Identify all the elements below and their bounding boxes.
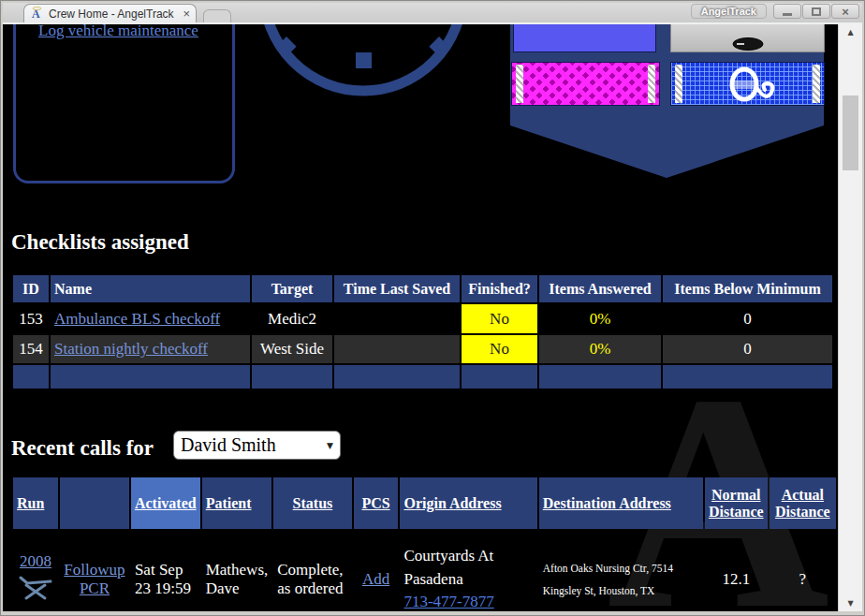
- cell-origin-address: Courtyards At Pasadena 713-477-7877: [400, 531, 536, 611]
- star-ribbon-button[interactable]: [513, 24, 656, 52]
- oval-icon: [729, 37, 767, 51]
- cell-id: 153: [13, 304, 49, 333]
- column-header-items-below-minimum: Items Below Minimum: [663, 275, 832, 302]
- crew-select-value: David Smith: [181, 434, 276, 456]
- recent-call-row-2008: 2008 Followup PCR Sat Sep 23 19:59 Mathe…: [13, 531, 836, 611]
- column-header-time-last-saved: Time Last Saved: [334, 275, 460, 302]
- recent-calls-header-row: Run Activated Patient Status PCS Origin …: [13, 477, 836, 529]
- vertical-scrollbar[interactable]: ▲ ▼: [838, 24, 862, 611]
- cell-items-below-minimum: 0: [663, 335, 832, 363]
- cell-finished-badge: No: [462, 335, 537, 363]
- column-header-normal-distance[interactable]: Normal Distance: [705, 477, 768, 529]
- column-header-run[interactable]: Run: [13, 477, 58, 529]
- minimize-icon: [783, 13, 792, 16]
- cell-finished-badge: No: [462, 304, 537, 333]
- new-tab-button[interactable]: [203, 9, 231, 22]
- checklist-link[interactable]: Ambulance BLS checkoff: [54, 310, 220, 328]
- cell-items-answered: 0%: [539, 304, 661, 333]
- scroll-down-button[interactable]: ▼: [839, 595, 862, 611]
- cell-run: 2008: [13, 531, 58, 611]
- origin-name: Courtyards At Pasadena: [403, 547, 493, 588]
- clock-graphic: [227, 24, 499, 118]
- crew-select[interactable]: David Smith ▼: [173, 431, 341, 460]
- column-header-id: ID: [13, 275, 49, 302]
- column-header-name: Name: [51, 275, 250, 302]
- checklists-table: ID Name Target Time Last Saved Finished?…: [11, 273, 834, 390]
- cell-status: Complete, as ordered: [273, 531, 351, 611]
- column-header-destination-address[interactable]: Destination Address: [539, 477, 703, 529]
- cell-target: Medic2: [252, 304, 332, 333]
- recent-calls-heading: Recent calls for: [11, 436, 154, 461]
- checklist-row-153: 153 Ambulance BLS checkoff Medic2 No 0% …: [13, 304, 832, 333]
- hatch-strip: [516, 65, 523, 103]
- log-vehicle-maintenance-link[interactable]: Log vehicle maintenance: [38, 24, 198, 40]
- stethoscope-icon: [727, 65, 787, 106]
- crew-home-page: Log vehicle maintenance: [3, 24, 838, 611]
- scroll-up-icon: ▲: [847, 28, 853, 37]
- tab-close-icon[interactable]: ×: [183, 7, 190, 20]
- vehicle-panel-outline: [13, 24, 235, 183]
- scrollbar-thumb[interactable]: [843, 95, 858, 170]
- cell-name: Station nightly checkoff: [51, 335, 250, 363]
- column-header-target: Target: [252, 275, 332, 302]
- checklists-header-row: ID Name Target Time Last Saved Finished?…: [13, 275, 832, 302]
- cell-target: West Side: [252, 335, 332, 363]
- origin-phone-link[interactable]: 713-477-7877: [403, 593, 493, 610]
- run-link[interactable]: 2008: [20, 552, 51, 570]
- checklists-footer-row: [13, 365, 832, 389]
- angeltrack-brand-button[interactable]: AngelTrack: [691, 4, 767, 19]
- cell-items-answered: 0%: [539, 335, 661, 363]
- browser-titlebar: A Crew Home - AngelTrack × AngelTrack ×: [3, 3, 862, 24]
- close-button[interactable]: ×: [831, 4, 859, 19]
- cell-items-below-minimum: 0: [663, 304, 832, 333]
- cell-pcs: Add: [354, 531, 399, 611]
- cell-normal-distance: 12.1: [705, 531, 768, 611]
- tab-title: Crew Home - AngelTrack: [49, 7, 178, 21]
- window-controls: ×: [773, 4, 859, 19]
- minimize-button[interactable]: [773, 4, 801, 19]
- pcs-add-link[interactable]: Add: [362, 570, 389, 588]
- cell-name: Ambulance BLS checkoff: [51, 304, 250, 333]
- column-header-actual-distance[interactable]: Actual Distance: [770, 477, 836, 529]
- close-icon: ×: [842, 6, 849, 18]
- scroll-down-icon: ▼: [847, 599, 853, 608]
- magenta-ribbon-button[interactable]: [511, 62, 660, 106]
- stretcher-icon: [17, 573, 54, 603]
- checklist-link[interactable]: Station nightly checkoff: [54, 340, 208, 358]
- browser-tab-crew-home[interactable]: A Crew Home - AngelTrack ×: [23, 4, 197, 22]
- cell-followup: Followup PCR: [60, 531, 129, 611]
- column-header-items-answered: Items Answered: [539, 275, 661, 302]
- angeltrack-favicon-icon: A: [30, 7, 44, 21]
- column-header-status[interactable]: Status: [273, 477, 351, 529]
- stethoscope-ribbon-button[interactable]: [670, 62, 825, 106]
- cell-time-last-saved: [334, 335, 460, 363]
- column-header-pcs[interactable]: PCS: [354, 477, 399, 529]
- column-header-origin-address[interactable]: Origin Address: [400, 477, 536, 529]
- chevron-down-icon: ▼: [327, 441, 333, 450]
- maximize-button[interactable]: [802, 4, 830, 19]
- checklist-row-154: 154 Station nightly checkoff West Side N…: [13, 335, 832, 363]
- cell-destination-address: Afton Oaks Nursing Ctr, 7514 Kingsley St…: [539, 531, 703, 611]
- browser-window: A Crew Home - AngelTrack × AngelTrack × …: [0, 0, 865, 616]
- maximize-icon: [812, 7, 821, 16]
- gray-ribbon-button[interactable]: [670, 24, 825, 52]
- cell-id: 154: [13, 335, 49, 363]
- followup-pcr-link[interactable]: Followup PCR: [64, 561, 125, 597]
- hatch-strip: [675, 65, 682, 103]
- recent-calls-table: Run Activated Patient Status PCS Origin …: [11, 476, 838, 611]
- cell-actual-distance: ?: [770, 531, 836, 611]
- column-header-finished: Finished?: [462, 275, 537, 302]
- scroll-up-button[interactable]: ▲: [839, 24, 862, 40]
- cell-activated: Sat Sep 23 19:59: [131, 531, 200, 611]
- column-header-activated[interactable]: Activated: [131, 477, 200, 529]
- hatch-strip: [648, 65, 655, 103]
- hatch-strip: [813, 65, 820, 103]
- cell-patient: Mathews, Dave: [202, 531, 272, 611]
- checklists-heading: Checklists assigned: [11, 230, 189, 255]
- column-header-blank: [60, 477, 129, 529]
- cell-time-last-saved: [334, 304, 460, 333]
- column-header-patient[interactable]: Patient: [202, 477, 272, 529]
